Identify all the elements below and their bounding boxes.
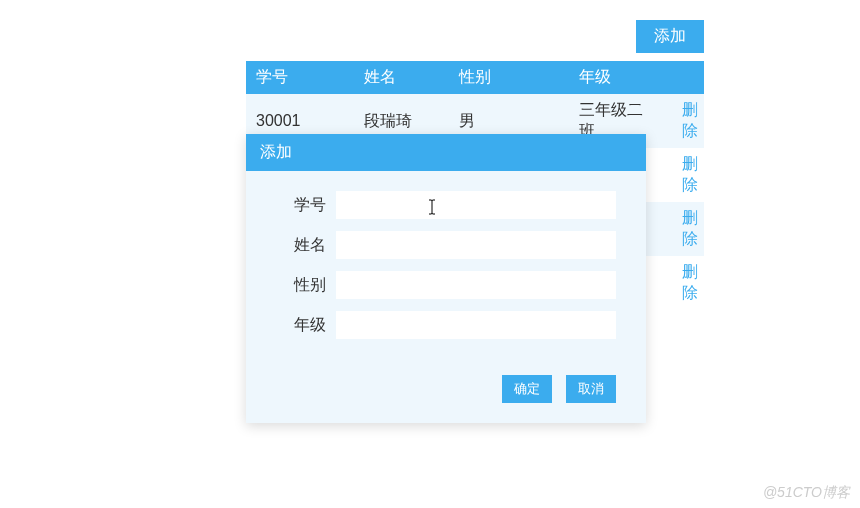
dialog-footer: 确定 取消: [246, 361, 646, 423]
label-gender: 性别: [276, 275, 336, 296]
header-grade: 年级: [569, 61, 664, 94]
form-row-gender: 性别: [276, 271, 616, 299]
input-id[interactable]: [336, 191, 616, 219]
label-grade: 年级: [276, 315, 336, 336]
form-row-name: 姓名: [276, 231, 616, 259]
label-name: 姓名: [276, 235, 336, 256]
table-header-row: 学号 姓名 性别 年级: [246, 61, 704, 94]
input-name[interactable]: [336, 231, 616, 259]
delete-link[interactable]: 删除: [682, 209, 698, 247]
input-gender[interactable]: [336, 271, 616, 299]
delete-link[interactable]: 删除: [682, 155, 698, 193]
form-row-grade: 年级: [276, 311, 616, 339]
header-action: [664, 61, 704, 94]
header-name: 姓名: [354, 61, 449, 94]
top-actions-bar: 添加: [246, 20, 704, 53]
watermark-text: @51CTO博客: [763, 484, 850, 502]
confirm-button[interactable]: 确定: [502, 375, 552, 403]
delete-link[interactable]: 删除: [682, 263, 698, 301]
cancel-button[interactable]: 取消: [566, 375, 616, 403]
dialog-title: 添加: [246, 134, 646, 171]
add-dialog: 添加 学号 姓名 性别 年级 确定 取消: [246, 134, 646, 423]
label-id: 学号: [276, 195, 336, 216]
delete-link[interactable]: 删除: [682, 101, 698, 139]
add-button[interactable]: 添加: [636, 20, 704, 53]
form-row-id: 学号: [276, 191, 616, 219]
input-grade[interactable]: [336, 311, 616, 339]
header-gender: 性别: [449, 61, 569, 94]
dialog-body: 学号 姓名 性别 年级: [246, 171, 646, 361]
header-id: 学号: [246, 61, 354, 94]
